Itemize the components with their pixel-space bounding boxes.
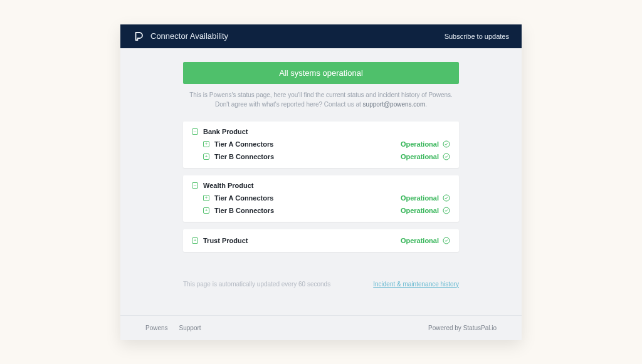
- status-banner: All systems operational: [183, 62, 459, 84]
- group-header: – Bank Product: [192, 128, 450, 135]
- check-circle-icon: [443, 207, 450, 214]
- service-row: + Tier A Connectors Operational: [192, 192, 450, 204]
- expand-icon[interactable]: +: [192, 237, 198, 244]
- page-title: Connector Availability: [150, 31, 228, 41]
- subscribe-link[interactable]: Subscribe to updates: [445, 33, 509, 40]
- content: All systems operational This is Powens's…: [120, 48, 522, 296]
- status-text: Operational: [401, 194, 439, 202]
- service-name: Tier A Connectors: [214, 194, 273, 202]
- service-name: Tier B Connectors: [214, 153, 274, 160]
- check-circle-icon: [443, 194, 450, 202]
- service-status: Operational: [401, 194, 450, 202]
- check-circle-icon: [443, 237, 450, 244]
- footer-row: This page is automatically updated every…: [183, 281, 459, 288]
- status-text: Operational: [401, 153, 439, 160]
- service-status: Operational: [401, 153, 450, 160]
- service-row: + Tier B Connectors Operational: [192, 150, 450, 163]
- group-bank: – Bank Product + Tier A Connectors Opera…: [183, 122, 459, 168]
- description-line2-suffix: .: [425, 101, 427, 108]
- check-circle-icon: [443, 153, 450, 160]
- page-footer: Powens Support Powered by StatusPal.io: [120, 315, 522, 340]
- expand-icon[interactable]: +: [203, 195, 209, 201]
- description-line1: This is Powens's status page, here you'l…: [189, 91, 453, 98]
- service-row: + Tier B Connectors Operational: [192, 204, 450, 217]
- group-trust: + Trust Product Operational: [183, 229, 459, 252]
- service-status: Operational: [401, 237, 450, 244]
- status-text: Operational: [401, 237, 439, 244]
- service-status: Operational: [401, 140, 450, 148]
- group-header: – Wealth Product: [192, 182, 450, 189]
- group-title: Bank Product: [203, 128, 248, 135]
- service-groups: – Bank Product + Tier A Connectors Opera…: [183, 122, 459, 252]
- service-row: + Tier A Connectors Operational: [192, 138, 450, 150]
- support-email[interactable]: support@powens.com: [363, 101, 426, 108]
- description: This is Powens's status page, here you'l…: [189, 90, 453, 109]
- description-line2-prefix: Don't agree with what's reported here? C…: [215, 101, 363, 108]
- status-text: Operational: [401, 140, 439, 148]
- expand-icon[interactable]: +: [203, 141, 209, 147]
- powered-by: Powered by StatusPal.io: [428, 325, 497, 331]
- service-name: Tier A Connectors: [214, 140, 273, 148]
- footer-support-link[interactable]: Support: [179, 325, 201, 331]
- history-link[interactable]: Incident & maintenance history: [373, 281, 459, 288]
- group-wealth: – Wealth Product + Tier A Connectors Ope…: [183, 175, 459, 222]
- collapse-icon[interactable]: –: [192, 182, 198, 189]
- group-title: Wealth Product: [203, 182, 253, 189]
- status-text: Operational: [401, 207, 439, 214]
- check-circle-icon: [443, 140, 450, 148]
- top-bar: Connector Availability Subscribe to upda…: [120, 24, 522, 48]
- logo-icon: [133, 31, 144, 42]
- expand-icon[interactable]: +: [203, 153, 209, 160]
- collapse-icon[interactable]: –: [192, 128, 198, 135]
- status-page: Connector Availability Subscribe to upda…: [120, 24, 522, 340]
- refresh-note: This page is automatically updated every…: [183, 281, 330, 288]
- expand-icon[interactable]: +: [203, 207, 209, 214]
- service-status: Operational: [401, 207, 450, 214]
- service-name: Tier B Connectors: [214, 207, 274, 214]
- group-title: Trust Product: [203, 237, 248, 244]
- brand: Connector Availability: [133, 31, 228, 42]
- footer-powens-link[interactable]: Powens: [145, 325, 168, 331]
